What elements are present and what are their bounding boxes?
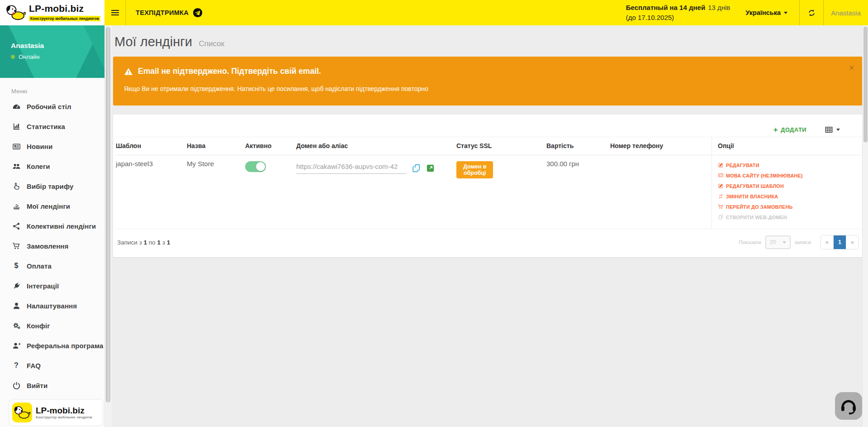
sidebar-item-settings[interactable]: Налаштування — [0, 296, 104, 316]
support-chat-button[interactable] — [835, 392, 862, 420]
domain-input[interactable] — [296, 163, 406, 174]
sidebar-item-referral[interactable]: Реферальна програма — [0, 336, 104, 355]
topbar: LP-mobi.biz Конструктор мобильных лендин… — [0, 0, 868, 25]
external-link-icon[interactable] — [427, 164, 434, 172]
page-scrollbar[interactable] — [862, 25, 868, 427]
sidebar-item-payment[interactable]: $ Оплата — [0, 256, 104, 276]
sidebar-item-config[interactable]: Конфіг — [0, 316, 104, 336]
language-label: Українська — [745, 9, 781, 16]
cell-name: My Store — [187, 155, 245, 229]
sidebar-item-faq[interactable]: ? FAQ — [0, 355, 104, 375]
clone-icon — [718, 214, 724, 220]
app-window: LP-mobi.biz Конструктор мобильных лендин… — [0, 0, 868, 427]
dashboard-icon — [12, 102, 21, 111]
sidebar-item-collective-landings[interactable]: Колективні лендінги — [0, 216, 104, 236]
column-header-name[interactable]: Назва — [187, 137, 245, 155]
topbar-username[interactable]: Anastasia — [824, 0, 868, 25]
cell-domain — [296, 155, 456, 229]
option-site-language[interactable]: МОВА САЙТУ (НЕЗМІНЮВАНЕ) — [718, 170, 858, 181]
warning-icon — [124, 67, 133, 76]
headset-icon — [840, 397, 858, 415]
option-edit[interactable]: РЕДАГУВАТИ — [718, 160, 858, 170]
cell-active — [245, 155, 296, 229]
sidebar-item-news[interactable]: Новини — [0, 136, 104, 156]
chevron-down-icon — [836, 129, 840, 131]
pagination: « 1 » — [821, 235, 859, 249]
profile-status: Онлайн — [11, 53, 40, 60]
option-edit-template[interactable]: РЕДАГУВАТИ ШАБЛОН — [718, 181, 858, 191]
column-header-active[interactable]: Активно — [245, 137, 296, 155]
page-title: Мої лендінги — [114, 34, 192, 49]
refresh-icon — [807, 9, 816, 17]
sidebar-item-statistics[interactable]: Статистика — [0, 116, 104, 136]
table-footer: Записи з 1 по 1 з 1 Показати 20 записи « — [114, 229, 862, 257]
sidebar-toggle-button[interactable] — [104, 0, 125, 25]
column-header-phone[interactable]: Номер телефону — [610, 137, 711, 155]
edit-icon — [718, 183, 724, 189]
trial-plan-name: Бесплатный на 14 дней — [626, 4, 705, 11]
footer-brand-subtitle: Конструктор мобільних лендінгів — [36, 415, 92, 419]
panel-toolbar: + ДОДАТИ — [114, 115, 862, 137]
sidebar-item-logout[interactable]: Вийти — [0, 375, 104, 395]
cart-icon — [718, 204, 724, 210]
landings-table: Шаблон Назва Активно Домен або аліас Ста… — [116, 137, 862, 229]
alert-text: Якщо Ви не отримали підтвердження. — [124, 85, 237, 92]
table-columns-button[interactable] — [825, 125, 840, 134]
table-grid-icon — [825, 125, 833, 134]
records-info: Записи з 1 по 1 з 1 — [117, 239, 170, 246]
brand-logo[interactable]: LP-mobi.biz Конструктор мобильных лендин… — [0, 0, 104, 25]
newspaper-icon — [12, 142, 21, 151]
option-go-to-orders[interactable]: ПЕРЕЙТИ ДО ЗАМОВЛЕНЬ — [718, 202, 858, 212]
sidebar-scrollbar[interactable] — [104, 25, 112, 427]
hamburger-icon — [111, 9, 119, 17]
sidebar-item-my-landings[interactable]: Мої лендінги — [0, 196, 104, 216]
copy-icon[interactable] — [412, 163, 421, 173]
column-header-ssl[interactable]: Статус SSL — [456, 137, 546, 155]
question-icon: ? — [12, 361, 21, 369]
toggle-knob — [256, 162, 265, 171]
close-icon[interactable]: × — [849, 63, 854, 72]
telegram-icon — [193, 8, 203, 18]
trial-days-left: 13 днів — [708, 4, 730, 11]
active-toggle[interactable] — [245, 161, 266, 172]
sidebar-item-dashboard[interactable]: Робочий стіл — [0, 96, 104, 116]
option-create-web-domain: СТВОРИТИ WEB-ДОМЕН — [718, 212, 858, 222]
cell-ssl-status: Домен в обробці — [456, 155, 546, 229]
sidebar-footer-logo[interactable]: LP-mobi.biz Конструктор мобільних лендін… — [9, 400, 103, 425]
page-size-select[interactable]: 20 — [765, 235, 791, 249]
language-selector[interactable]: Українська — [745, 0, 787, 25]
online-status-dot — [11, 55, 15, 59]
pagination-page-1[interactable]: 1 — [834, 235, 846, 249]
option-change-owner[interactable]: ЗМІНИТИ ВЛАСНИКА — [718, 191, 858, 202]
sidebar-item-tariff[interactable]: Вибір тарифу — [0, 176, 104, 196]
column-header-domain[interactable]: Домен або аліас — [296, 137, 456, 155]
refresh-button[interactable] — [800, 0, 823, 25]
pagination-next-button[interactable]: » — [846, 235, 859, 249]
scrollbar-thumb[interactable] — [106, 27, 110, 403]
dog-logo-icon — [12, 403, 32, 422]
add-landing-button[interactable]: + ДОДАТИ — [773, 126, 806, 133]
support-label: ТЕХПІДТРИМКА — [136, 9, 189, 16]
chevron-down-icon — [784, 12, 787, 14]
cell-price: 300.00 грн — [546, 155, 610, 229]
resend-confirmation-link[interactable]: Натисніть це посилання, щоб надіслати пі… — [237, 85, 428, 92]
stack-icon — [12, 202, 21, 211]
support-link[interactable]: ТЕХПІДТРИМКА — [126, 0, 212, 25]
cart-icon — [12, 241, 21, 250]
column-header-price[interactable]: Вартість — [546, 137, 610, 155]
ssl-status-badge[interactable]: Домен в обробці — [456, 161, 493, 178]
column-header-template[interactable]: Шаблон — [116, 137, 187, 155]
sidebar-item-colleagues[interactable]: Колеги — [0, 156, 104, 176]
plug-icon — [12, 281, 21, 290]
sidebar-item-integrations[interactable]: Інтеграції — [0, 276, 104, 296]
footer-brand-title: LP-mobi.biz — [36, 406, 92, 415]
trial-plan-info: Бесплатный на 14 дней13 днів (до 17.10.2… — [626, 0, 730, 25]
scrollbar-thumb[interactable] — [863, 27, 868, 142]
edit-icon — [718, 162, 724, 168]
profile-name: Anastasia — [11, 42, 44, 50]
user-icon — [12, 301, 21, 310]
cogs-icon — [12, 321, 21, 330]
main-content: Мої лендінги Список Email не підтверджен… — [112, 25, 863, 427]
sidebar-item-orders[interactable]: Замовлення — [0, 236, 104, 256]
pagination-prev-button[interactable]: « — [821, 235, 834, 249]
